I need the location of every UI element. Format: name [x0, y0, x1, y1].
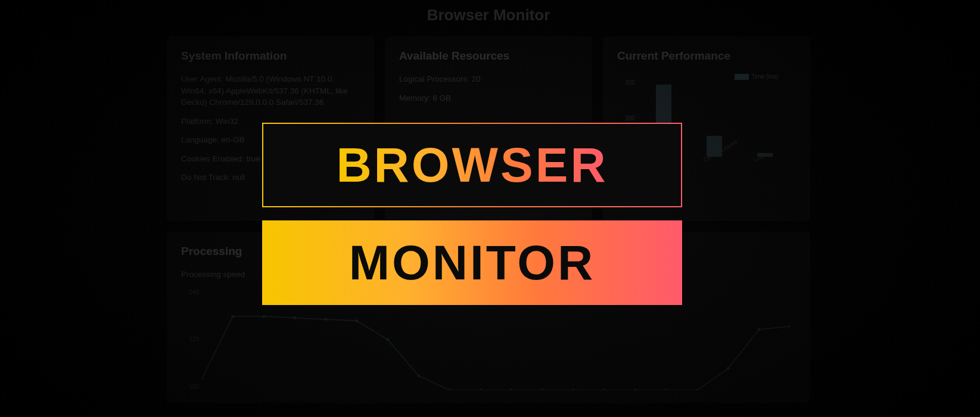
title-overlay: BROWSER MONITOR [262, 123, 682, 305]
dnt-label: Do Not Track: [181, 173, 231, 182]
legend-swatch-icon [735, 74, 749, 80]
language-value: en-GB [222, 135, 245, 144]
svg-point-4 [324, 318, 327, 320]
language-label: Language: [181, 135, 219, 144]
processing-yaxis: 140120100 [181, 289, 199, 390]
svg-point-2 [262, 315, 265, 318]
processors-line: Logical Processors: 20 [399, 73, 578, 85]
svg-point-5 [355, 319, 358, 322]
memory-line: Memory: 8 GB [399, 92, 578, 104]
svg-point-19 [789, 325, 790, 328]
svg-point-3 [293, 316, 296, 319]
overlay-title-line2: MONITOR [262, 220, 682, 305]
cookies-value: true [247, 154, 260, 163]
svg-point-15 [665, 388, 668, 390]
overlay-title-line1: BROWSER [262, 123, 682, 207]
svg-point-0 [202, 377, 203, 380]
svg-point-17 [727, 367, 730, 370]
memory-label: Memory: [399, 94, 431, 102]
memory-value: 8 GB [433, 94, 451, 102]
svg-point-8 [448, 388, 451, 390]
performance-title: Current Performance [617, 49, 796, 63]
overlay-title-line2-text: MONITOR [349, 235, 596, 291]
svg-point-13 [603, 388, 606, 390]
page-title: Browser Monitor [167, 6, 810, 24]
system-info-title: System Information [181, 49, 360, 63]
svg-point-10 [510, 388, 513, 390]
svg-point-9 [479, 388, 482, 390]
processors-value: 20 [472, 74, 481, 83]
platform-label: Platform: [181, 117, 213, 126]
user-agent-label: User Agent: [181, 74, 223, 83]
svg-point-18 [758, 328, 761, 331]
svg-point-1 [231, 315, 234, 318]
svg-point-6 [386, 338, 389, 341]
overlay-title-line1-text: BROWSER [336, 137, 608, 193]
svg-point-11 [541, 388, 544, 390]
svg-point-14 [634, 388, 637, 390]
resources-title: Available Resources [399, 49, 578, 63]
cookies-label: Cookies Enabled: [181, 154, 244, 163]
processors-label: Logical Processors: [399, 74, 469, 83]
user-agent-line: User Agent: Mozilla/5.0 (Windows NT 10.0… [181, 73, 360, 108]
svg-point-12 [572, 388, 575, 390]
platform-value: Win32 [216, 117, 238, 126]
svg-point-7 [417, 374, 420, 377]
dnt-value: null [232, 173, 245, 182]
